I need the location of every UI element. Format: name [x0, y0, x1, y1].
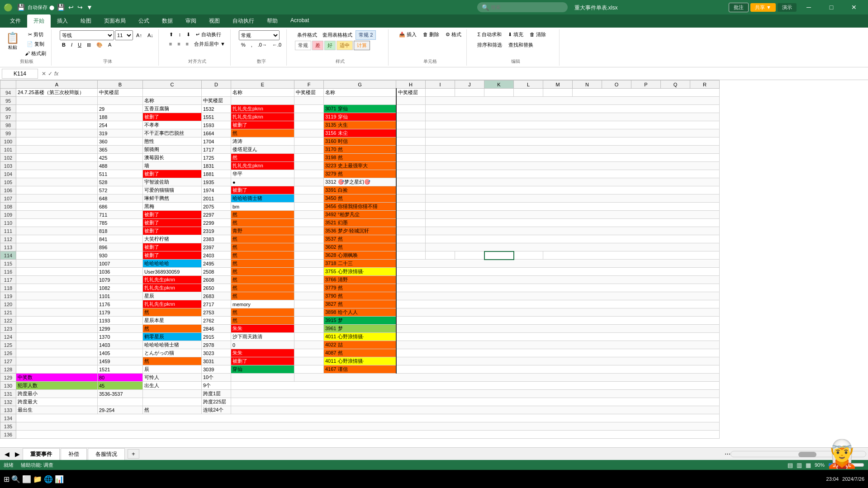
cell-d99[interactable]: 1664: [202, 129, 231, 137]
cell-b108[interactable]: 686: [98, 203, 143, 211]
cell-f117[interactable]: [294, 276, 324, 284]
cell-b100[interactable]: 360: [98, 137, 143, 146]
cell-h122[interactable]: [396, 317, 720, 325]
cell-e132[interactable]: [231, 398, 720, 406]
col-header-r[interactable]: R: [690, 81, 720, 89]
cell-l114[interactable]: [514, 251, 543, 260]
cell-e113[interactable]: 然: [231, 243, 294, 251]
cell-h114[interactable]: [396, 251, 426, 260]
cell-m94[interactable]: [543, 89, 573, 97]
font-increase-button[interactable]: A↑: [134, 30, 144, 40]
cell-b98[interactable]: 254: [98, 121, 143, 129]
bold-button[interactable]: B: [60, 41, 68, 49]
cell-b101[interactable]: 365: [98, 146, 143, 154]
cell-e106[interactable]: 被删了: [231, 186, 294, 194]
cell-i96[interactable]: [426, 105, 720, 113]
cell-h100[interactable]: [396, 137, 426, 146]
zoom-slider[interactable]: [828, 461, 864, 469]
col-header-p[interactable]: P: [631, 81, 661, 89]
col-header-q[interactable]: Q: [661, 81, 690, 89]
fill-color-button[interactable]: 🎨: [94, 41, 105, 49]
cell-g128[interactable]: 4167 谨信: [324, 365, 396, 374]
cell-a110[interactable]: [16, 219, 98, 227]
cell-d102[interactable]: 1725: [202, 154, 231, 162]
cell-h109[interactable]: [396, 211, 426, 219]
align-right-button[interactable]: ≡: [184, 40, 191, 48]
cell-e120[interactable]: memory: [231, 300, 294, 308]
cell-f106[interactable]: [294, 186, 324, 194]
cell-e95[interactable]: [231, 97, 294, 105]
undo-button[interactable]: ↩: [67, 3, 75, 12]
cell-f125[interactable]: [294, 341, 324, 349]
cell-h104[interactable]: [396, 170, 426, 178]
cell-a112[interactable]: [16, 235, 98, 243]
cell-a133[interactable]: 最出生: [16, 406, 98, 414]
cell-g103[interactable]: 3223 史上最强宰大: [324, 162, 396, 170]
col-header-b[interactable]: B: [98, 81, 143, 89]
cell-i111[interactable]: [426, 227, 720, 235]
cell-a108[interactable]: [16, 203, 98, 211]
cell-d118[interactable]: 2650: [202, 284, 231, 292]
cell-a131[interactable]: 跨度最小: [16, 390, 98, 398]
col-header-c[interactable]: C: [143, 81, 202, 89]
cell-a94[interactable]: 24.7.25基楼（第三次校辩版）: [16, 89, 98, 97]
align-middle-button[interactable]: ↕: [176, 30, 184, 39]
normal-view-button[interactable]: ▤: [787, 462, 793, 469]
cell-c114[interactable]: 被删了: [143, 251, 202, 260]
cell-h97[interactable]: [396, 113, 426, 121]
cell-a128[interactable]: [16, 365, 98, 374]
cell-i114[interactable]: [426, 251, 455, 260]
tab-review[interactable]: 审阅: [179, 14, 203, 28]
cell-g101[interactable]: 3170 然: [324, 146, 396, 154]
cell-c132[interactable]: [143, 398, 202, 406]
cell-g109[interactable]: 3492 °柏梦凡尘: [324, 211, 396, 219]
cell-e112[interactable]: 然: [231, 235, 294, 243]
increase-decimal-button[interactable]: .0→: [256, 41, 269, 48]
cell-reference-box[interactable]: [2, 69, 38, 79]
cell-c118[interactable]: 扎礼先生pknn: [143, 284, 202, 292]
cell-b130[interactable]: 45: [98, 382, 143, 390]
cell-i98[interactable]: [426, 121, 720, 129]
cell-h110[interactable]: [396, 219, 426, 227]
cell-e114[interactable]: 然: [231, 251, 294, 260]
cell-c125[interactable]: 哈哈哈哈骑士猪: [143, 341, 202, 349]
cell-c133[interactable]: 然: [143, 406, 202, 414]
cell-d110[interactable]: 2299: [202, 219, 231, 227]
cell-e127[interactable]: 被删了: [231, 357, 294, 365]
cell-g105[interactable]: 3312 🎯梦之星幻🎯: [324, 178, 396, 186]
cell-h126[interactable]: [396, 349, 720, 357]
cell-i94[interactable]: [426, 89, 455, 97]
cell-d111[interactable]: 2319: [202, 227, 231, 235]
cell-b105[interactable]: 528: [98, 178, 143, 186]
cell-b97[interactable]: 188: [98, 113, 143, 121]
search-input[interactable]: [491, 5, 559, 10]
cell-i109[interactable]: [426, 211, 720, 219]
cell-i108[interactable]: [426, 203, 720, 211]
cell-h95[interactable]: [396, 97, 426, 105]
cell-a135[interactable]: [16, 422, 720, 431]
cell-b111[interactable]: 818: [98, 227, 143, 235]
align-center-button[interactable]: ≡: [175, 40, 182, 48]
cell-a96[interactable]: [16, 105, 98, 113]
tab-auto[interactable]: 自动执行: [226, 14, 261, 28]
cell-b119[interactable]: 1101: [98, 292, 143, 300]
cell-c119[interactable]: 星辰: [143, 292, 202, 300]
cell-e102[interactable]: 然: [231, 154, 294, 162]
cell-h115[interactable]: [396, 260, 720, 268]
cell-h113[interactable]: [396, 243, 426, 251]
prev-sheet-button[interactable]: ◀: [2, 450, 12, 459]
cell-a111[interactable]: [16, 227, 98, 235]
cell-b131[interactable]: 3536-3537: [98, 390, 143, 398]
copy-button[interactable]: 📄 复制: [23, 40, 48, 48]
cell-c98[interactable]: 不孝孝: [143, 121, 202, 129]
edge-button[interactable]: 🌐: [44, 475, 53, 483]
cell-f120[interactable]: [294, 300, 324, 308]
cell-b102[interactable]: 425: [98, 154, 143, 162]
cell-c108[interactable]: 黑梅: [143, 203, 202, 211]
cut-button[interactable]: ✂ 剪切: [23, 30, 48, 39]
cell-b126[interactable]: 1405: [98, 349, 143, 357]
cell-h105[interactable]: [396, 178, 426, 186]
cell-f126[interactable]: [294, 349, 324, 357]
cell-h116[interactable]: [396, 268, 720, 276]
cell-d115[interactable]: 2495: [202, 260, 231, 268]
